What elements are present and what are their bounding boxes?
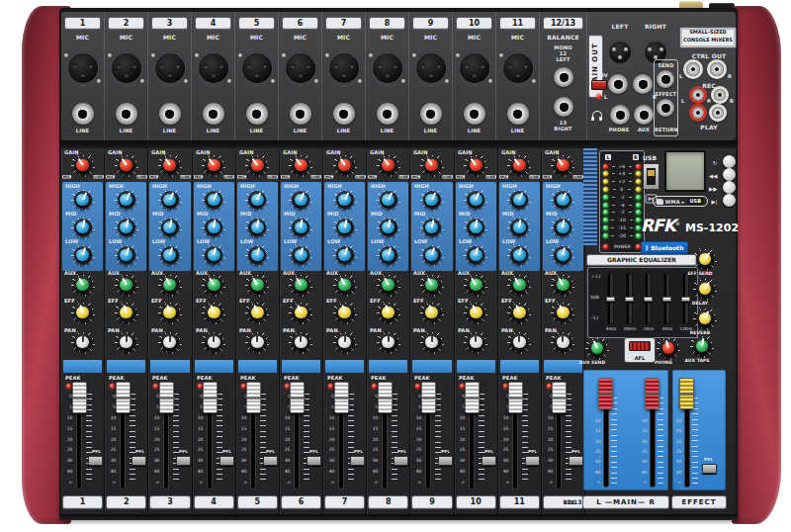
channel-12/13-fader[interactable]	[552, 382, 567, 413]
channel-8-gain-knob[interactable]	[377, 153, 400, 177]
channel-7-gain-knob[interactable]	[333, 153, 357, 177]
previous-button[interactable]	[723, 168, 736, 181]
afl-switch[interactable]: AFL	[625, 338, 655, 362]
play-pause-button[interactable]	[723, 194, 736, 207]
channel-5-aux-knob[interactable]	[245, 273, 269, 297]
channel-5-eff-knob[interactable]	[245, 301, 269, 324]
channel-6-gain-knob[interactable]	[289, 153, 312, 177]
channel-4-low-knob[interactable]	[202, 243, 225, 267]
channel-12/13-gain-knob[interactable]	[551, 153, 574, 177]
channel-7-mid-knob[interactable]	[333, 216, 357, 239]
channel-12/13-aux-knob[interactable]	[551, 273, 574, 297]
channel-9-eff-knob[interactable]	[420, 301, 444, 324]
channel-1-low-knob[interactable]	[71, 243, 95, 267]
channel-3-mid-knob[interactable]	[158, 216, 182, 239]
channel-4-aux-knob[interactable]	[202, 273, 225, 297]
channel-2-mid-knob[interactable]	[115, 216, 138, 239]
effect-fader[interactable]	[679, 378, 694, 409]
channel-6-pan-knob[interactable]	[289, 330, 312, 354]
channel-8-high-knob[interactable]	[377, 188, 400, 212]
reverb-knob[interactable]	[693, 307, 717, 330]
channel-11-fader[interactable]	[508, 382, 523, 413]
channel-2-pan-knob[interactable]	[115, 330, 138, 354]
channel-10-pan-knob[interactable]	[464, 330, 487, 354]
channel-6-high-knob[interactable]	[289, 188, 312, 212]
channel-5-mid-knob[interactable]	[245, 216, 269, 239]
channel-5-gain-knob[interactable]	[245, 153, 269, 177]
channel-7-eff-knob[interactable]	[333, 301, 357, 324]
channel-12/13-pfl-button[interactable]	[569, 456, 583, 466]
channel-4-fader[interactable]	[203, 382, 218, 413]
channel-7-aux-knob[interactable]	[333, 273, 357, 297]
channel-10-high-knob[interactable]	[464, 188, 487, 212]
channel-5-high-knob[interactable]	[245, 188, 269, 212]
channel-8-pan-knob[interactable]	[377, 330, 400, 354]
channel-7-fader[interactable]	[334, 382, 349, 413]
channel-6-mid-knob[interactable]	[289, 216, 312, 239]
channel-12/13-low-knob[interactable]	[551, 243, 574, 267]
channel-2-high-knob[interactable]	[115, 188, 138, 212]
channel-11-low-knob[interactable]	[507, 243, 531, 267]
channel-1-aux-knob[interactable]	[71, 273, 95, 297]
channel-1-pfl-button[interactable]	[88, 456, 103, 466]
channel-9-low-knob[interactable]	[420, 243, 444, 267]
channel-3-eff-knob[interactable]	[158, 301, 182, 324]
channel-6-low-knob[interactable]	[289, 243, 312, 267]
channel-3-aux-knob[interactable]	[158, 273, 182, 297]
channel-11-pan-knob[interactable]	[507, 330, 531, 354]
channel-9-aux-knob[interactable]	[420, 273, 444, 297]
channel-3-pfl-button[interactable]	[176, 456, 191, 466]
channel-9-mid-knob[interactable]	[420, 216, 444, 239]
channel-1-pan-knob[interactable]	[71, 330, 95, 354]
channel-6-pfl-button[interactable]	[307, 456, 321, 466]
channel-8-fader[interactable]	[378, 382, 393, 413]
channel-11-pfl-button[interactable]	[525, 456, 540, 466]
channel-8-aux-knob[interactable]	[377, 273, 400, 297]
channel-11-aux-knob[interactable]	[507, 273, 531, 297]
channel-9-fader[interactable]	[421, 382, 436, 413]
channel-2-pfl-button[interactable]	[132, 456, 146, 466]
eq-12KHz-slider[interactable]	[681, 297, 690, 302]
eq-4KHz-slider[interactable]	[662, 297, 671, 302]
aux-send-knob[interactable]	[585, 336, 609, 360]
channel-4-pan-knob[interactable]	[202, 330, 225, 354]
channel-5-low-knob[interactable]	[245, 243, 269, 267]
channel-3-gain-knob[interactable]	[158, 153, 182, 177]
channel-8-eff-knob[interactable]	[377, 301, 400, 324]
channel-3-pan-knob[interactable]	[158, 330, 182, 354]
channel-9-pan-knob[interactable]	[420, 330, 444, 354]
phone-knob[interactable]	[657, 336, 680, 360]
repeat-button[interactable]	[723, 155, 736, 168]
channel-5-pan-knob[interactable]	[245, 330, 269, 354]
channel-1-fader[interactable]	[72, 382, 87, 413]
channel-12/13-high-knob[interactable]	[551, 188, 574, 212]
channel-7-high-knob[interactable]	[333, 188, 357, 212]
channel-2-fader[interactable]	[116, 382, 131, 413]
channel-1-high-knob[interactable]	[71, 188, 95, 212]
channel-11-mid-knob[interactable]	[507, 216, 531, 239]
channel-9-pfl-button[interactable]	[438, 456, 453, 466]
channel-5-pfl-button[interactable]	[263, 456, 278, 466]
channel-1-gain-knob[interactable]	[71, 153, 95, 177]
main-left-fader[interactable]	[598, 378, 613, 409]
channel-2-gain-knob[interactable]	[115, 153, 138, 177]
channel-1-mid-knob[interactable]	[71, 216, 95, 239]
channel-3-fader[interactable]	[159, 382, 174, 413]
eq-250Hz-slider[interactable]	[625, 297, 634, 302]
main-right-fader[interactable]	[645, 378, 659, 409]
channel-4-pfl-button[interactable]	[220, 456, 234, 466]
delay-knob[interactable]	[693, 277, 717, 301]
eff-send-knob[interactable]	[693, 247, 717, 271]
channel-4-eff-knob[interactable]	[202, 301, 225, 324]
next-button[interactable]	[723, 181, 736, 194]
channel-10-mid-knob[interactable]	[464, 216, 487, 239]
aux-tape-knob[interactable]	[690, 334, 714, 358]
channel-3-high-knob[interactable]	[158, 188, 182, 212]
channel-7-pan-knob[interactable]	[333, 330, 357, 354]
channel-11-gain-knob[interactable]	[507, 153, 531, 177]
channel-12/13-mid-knob[interactable]	[551, 216, 574, 239]
channel-10-eff-knob[interactable]	[464, 301, 487, 324]
effect-pfl-button[interactable]	[702, 464, 717, 474]
channel-8-low-knob[interactable]	[377, 243, 400, 267]
afl-button[interactable]	[629, 341, 651, 351]
